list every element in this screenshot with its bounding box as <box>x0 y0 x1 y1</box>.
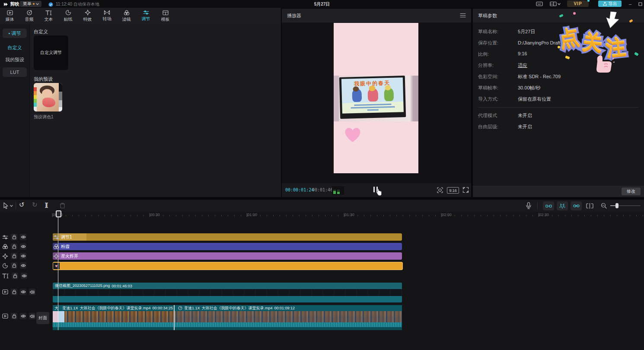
ruler-tick <box>623 215 624 216</box>
toolbar-item-转场[interactable]: 转场 <box>97 8 117 24</box>
video-clip1-duration: 00:00:34:25 <box>152 306 173 310</box>
sidebar-item-LUT[interactable]: LUT <box>3 67 27 77</box>
ruler-tick <box>208 215 209 216</box>
overwrite-mode-button[interactable] <box>586 203 593 209</box>
toolbar-item-媒体[interactable]: 媒体 <box>0 8 19 24</box>
ruler-tick <box>565 215 565 216</box>
toolbar-item-特效[interactable]: 特效 <box>78 8 97 24</box>
cursor-tool-icon <box>3 202 9 209</box>
sidebar-item-自定义[interactable]: 自定义 <box>3 44 27 51</box>
lock-icon[interactable] <box>11 253 17 259</box>
player-menu-icon[interactable] <box>460 13 466 18</box>
maximize-button[interactable] <box>636 0 644 8</box>
timeline-ruler[interactable]: |00:00|00:30|01:00|01:30|02:00|02:30 <box>0 212 644 219</box>
param-value[interactable]: 适应 <box>518 62 527 71</box>
speaker-icon[interactable] <box>29 313 35 319</box>
track-clip-filter[interactable]: 粉霞 <box>53 243 402 250</box>
lock-icon[interactable] <box>11 243 17 250</box>
param-value: 未开启 <box>518 112 532 121</box>
ruler-tick <box>72 215 73 216</box>
eye-icon[interactable] <box>20 234 26 240</box>
track-clip-adjust[interactable]: 调节1 <box>53 233 402 241</box>
ruler-tick <box>66 215 66 216</box>
preset-thumbnail[interactable] <box>34 83 62 111</box>
zoom-slider-handle[interactable] <box>615 203 618 208</box>
zoom-out-icon[interactable] <box>601 203 607 209</box>
delete-button[interactable] <box>60 202 65 209</box>
toolbar-item-贴纸[interactable]: 贴纸 <box>58 8 78 24</box>
lock-icon[interactable] <box>11 289 17 295</box>
ruler-tick <box>578 215 578 216</box>
select-tool-button[interactable] <box>3 202 13 209</box>
record-voiceover-button[interactable] <box>526 202 532 210</box>
lock-icon[interactable] <box>11 234 17 240</box>
preview-quality-icon[interactable] <box>437 187 443 194</box>
ruler-tick <box>526 215 526 216</box>
video-strip[interactable] <box>53 327 402 330</box>
toolbar-item-滤镜[interactable]: 滤镜 <box>117 8 136 24</box>
video-preview[interactable]: 我眼中的春天 <box>334 23 418 173</box>
layout-switch-button[interactable] <box>550 1 561 6</box>
preview-axis-toggle[interactable] <box>543 201 554 210</box>
ruler-tick <box>422 215 423 216</box>
video-clip-headers[interactable]: 大 变速1.1X 大班社会《我眼中的春天》课堂实录.mp4 00:00:34:2… <box>53 305 402 311</box>
toolbar-item-label: 贴纸 <box>64 16 73 22</box>
png-clip-body[interactable] <box>53 289 402 296</box>
png-clip-header[interactable]: 微信截图_20230527111025.png 00:01:46:03 <box>53 283 402 289</box>
ruler-tick <box>455 215 455 216</box>
sidebar-item-我的预设[interactable]: 我的预设 <box>3 56 27 63</box>
track-clip-effect[interactable]: 星火炸开 <box>53 252 402 260</box>
toolbar-item-label: 特效 <box>83 16 92 22</box>
undo-button[interactable]: ↺ <box>19 201 25 209</box>
track-clip-sticker[interactable]: ♥ <box>53 262 403 270</box>
toolbar-item-文本[interactable]: 文本 <box>39 8 58 24</box>
param-row: 自由层级:未开启 <box>478 124 639 132</box>
presets-section-label: 我的预设 <box>34 76 53 83</box>
clip-boundary[interactable] <box>174 305 175 330</box>
eye-icon[interactable] <box>20 253 26 259</box>
eye-icon[interactable] <box>20 243 26 250</box>
ruler-tick <box>319 215 319 216</box>
ruler-tick <box>364 215 364 216</box>
ruler-tick <box>111 215 112 216</box>
png-clip-strip[interactable] <box>53 296 402 302</box>
speaker-icon[interactable] <box>29 289 35 295</box>
param-value: 9:16 <box>518 51 527 60</box>
lock-icon[interactable] <box>12 273 18 279</box>
cover-button[interactable]: 封面 <box>36 312 49 324</box>
playhead-line[interactable] <box>58 212 58 330</box>
toolbar-item-调节[interactable]: 调节 <box>136 8 156 24</box>
linkage-toggle[interactable] <box>571 201 582 210</box>
ruler-tick <box>105 215 105 216</box>
ruler-tick <box>474 215 475 216</box>
redo-button[interactable]: ↺ <box>32 201 38 209</box>
eye-icon[interactable] <box>20 262 26 269</box>
auto-snap-toggle[interactable] <box>557 201 568 210</box>
eye-icon[interactable] <box>20 289 26 295</box>
shortcut-keyboard-icon[interactable] <box>536 1 543 6</box>
timeline-zoom-slider[interactable] <box>610 205 641 206</box>
minimize-button[interactable]: – <box>626 0 634 8</box>
ruler-tick <box>357 215 358 216</box>
param-label: 色彩空间: <box>478 73 518 82</box>
ratio-badge[interactable]: 9:16 <box>447 187 459 194</box>
lock-icon[interactable] <box>11 262 17 269</box>
sidebar-item-调节[interactable]: • 调节 <box>3 29 27 38</box>
lock-icon[interactable] <box>11 313 17 319</box>
split-button[interactable]: ][ <box>45 202 48 208</box>
playhead-handle[interactable] <box>56 210 61 217</box>
ruler-tick <box>468 215 468 216</box>
eye-icon[interactable] <box>20 313 26 319</box>
modify-button[interactable]: 修改 <box>622 188 641 195</box>
vip-badge[interactable]: VIP <box>567 0 589 7</box>
export-button[interactable]: 导出 <box>598 0 622 7</box>
custom-adjust-card[interactable]: 自定义调节 <box>34 35 68 70</box>
menu-button[interactable]: 菜单 <box>20 1 41 7</box>
ruler-tick <box>487 215 488 216</box>
fullscreen-icon[interactable] <box>462 187 469 193</box>
toolbar-item-模板[interactable]: 模板 <box>156 8 175 24</box>
toolbar-item-音频[interactable]: 音频 <box>19 8 39 24</box>
video-waveform[interactable] <box>53 322 402 327</box>
video-filmstrip[interactable] <box>53 311 402 322</box>
eye-icon[interactable] <box>21 273 27 279</box>
